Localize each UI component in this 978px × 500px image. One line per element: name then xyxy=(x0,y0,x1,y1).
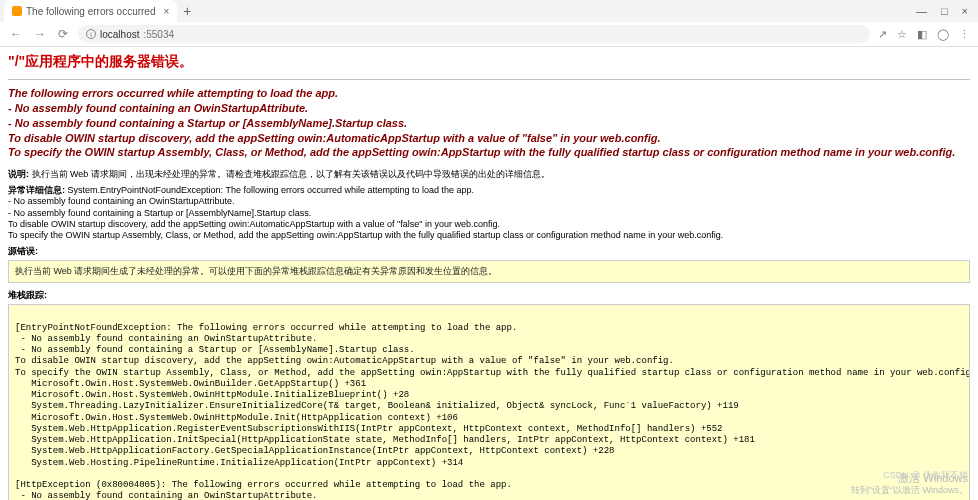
back-icon[interactable]: ← xyxy=(8,27,24,41)
menu-icon[interactable]: ⋮ xyxy=(959,28,970,41)
maximize-icon[interactable]: □ xyxy=(941,5,948,17)
desc-label: 说明: xyxy=(8,169,29,179)
error-page: "/"应用程序中的服务器错误。 The following errors occ… xyxy=(0,47,978,500)
url-host: localhost xyxy=(100,29,139,40)
err-line: To specify the OWIN startup Assembly, Cl… xyxy=(8,145,970,160)
url-port: :55034 xyxy=(143,29,174,40)
share-icon[interactable]: ↗ xyxy=(878,28,887,41)
tab-favicon xyxy=(12,6,22,16)
close-window-icon[interactable]: × xyxy=(962,5,968,17)
address-bar: ← → ⟳ i localhost:55034 ↗ ☆ ◧ ◯ ⋮ xyxy=(0,22,978,46)
star-icon[interactable]: ☆ xyxy=(897,28,907,41)
stack-trace-box: [EntryPointNotFoundException: The follow… xyxy=(8,304,970,500)
url-input[interactable]: i localhost:55034 xyxy=(78,25,870,43)
page-title: "/"应用程序中的服务器错误。 xyxy=(8,53,970,71)
err-line: - No assembly found containing an OwinSt… xyxy=(8,101,970,116)
minimize-icon[interactable]: — xyxy=(916,5,927,17)
description: 说明: 执行当前 Web 请求期间，出现未经处理的异常。请检查堆栈跟踪信息，以了… xyxy=(8,168,970,181)
watermark-line1: 激活 Windows xyxy=(851,472,968,485)
err-line: The following errors occurred while atte… xyxy=(8,86,970,101)
extension-icon[interactable]: ◧ xyxy=(917,28,927,41)
reload-icon[interactable]: ⟳ xyxy=(56,27,70,41)
desc-text: 执行当前 Web 请求期间，出现未经处理的异常。请检查堆栈跟踪信息，以了解有关该… xyxy=(32,169,550,179)
stack-trace-label: 堆栈跟踪: xyxy=(8,289,970,302)
source-error-label: 源错误: xyxy=(8,245,970,258)
window-controls: — □ × xyxy=(916,5,978,17)
site-info-icon[interactable]: i xyxy=(86,29,96,39)
exc-label: 异常详细信息: xyxy=(8,185,65,195)
forward-icon[interactable]: → xyxy=(32,27,48,41)
exception-details: 异常详细信息: System.EntryPointNotFoundExcepti… xyxy=(8,185,970,241)
tab-title: The following errors occurred xyxy=(26,6,156,17)
toolbar-icons: ↗ ☆ ◧ ◯ ⋮ xyxy=(878,28,970,41)
error-message: The following errors occurred while atte… xyxy=(8,86,970,160)
source-error-box: 执行当前 Web 请求期间生成了未经处理的异常。可以使用下面的异常堆栈跟踪信息确… xyxy=(8,260,970,283)
err-line: - No assembly found containing a Startup… xyxy=(8,116,970,131)
browser-chrome: The following errors occurred × + — □ × … xyxy=(0,0,978,47)
profile-icon[interactable]: ◯ xyxy=(937,28,949,41)
tab-bar: The following errors occurred × + — □ × xyxy=(0,0,978,22)
windows-watermark: 激活 Windows 转到"设置"以激活 Windows。 xyxy=(851,472,968,496)
exc-text: System.EntryPointNotFoundException: The … xyxy=(8,185,723,240)
close-icon[interactable]: × xyxy=(164,6,170,17)
watermark-line2: 转到"设置"以激活 Windows。 xyxy=(851,485,968,496)
browser-tab[interactable]: The following errors occurred × xyxy=(4,0,177,22)
new-tab-button[interactable]: + xyxy=(177,3,197,19)
err-line: To disable OWIN startup discovery, add t… xyxy=(8,131,970,146)
